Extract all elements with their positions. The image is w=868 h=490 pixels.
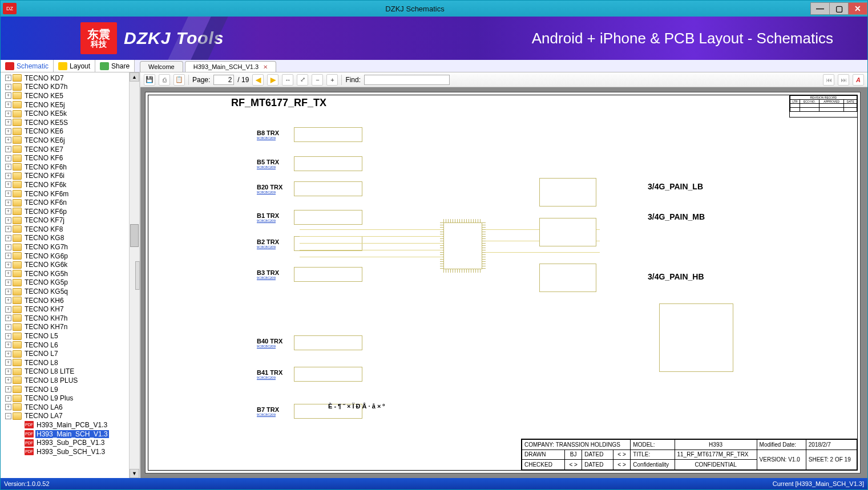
tree-folder[interactable]: +TECNO L9 Plus: [2, 394, 129, 403]
tree-folder[interactable]: +TECNO KH6: [2, 296, 129, 305]
tree-folder[interactable]: +TECNO L7: [2, 349, 129, 358]
expand-icon[interactable]: +: [5, 280, 11, 286]
tree-folder[interactable]: +TECNO KG6k: [2, 260, 129, 269]
expand-icon[interactable]: +: [5, 333, 11, 339]
expand-icon[interactable]: +: [5, 315, 11, 321]
tab-share[interactable]: Share: [95, 60, 135, 72]
fit-width-button[interactable]: ↔: [282, 74, 293, 86]
close-icon[interactable]: ✕: [263, 64, 268, 70]
expand-icon[interactable]: +: [5, 84, 11, 90]
tree-folder[interactable]: +TECNO KF6: [2, 153, 129, 163]
expand-icon[interactable]: +: [5, 146, 11, 152]
tree-folder[interactable]: +TECNO KG5p: [2, 278, 129, 287]
file-tree[interactable]: +TECNO KD7+TECNO KD7h+TECNO KE5+TECNO KE…: [1, 72, 129, 478]
page-input[interactable]: [213, 75, 234, 85]
doc-tab-0[interactable]: Welcome: [140, 61, 183, 72]
expand-icon[interactable]: +: [5, 404, 11, 410]
page-prev-button[interactable]: ◀: [252, 74, 264, 86]
tree-folder[interactable]: +TECNO KF6p: [2, 207, 129, 216]
tree-folder[interactable]: +TECNO KG5h: [2, 269, 129, 278]
find-prev-button[interactable]: ⏮: [823, 74, 834, 86]
tree-folder[interactable]: +TECNO KF6m: [2, 189, 129, 199]
tree-folder[interactable]: +TECNO L5: [2, 331, 129, 341]
tree-folder[interactable]: +TECNO KE5S: [2, 118, 129, 127]
tree-folder[interactable]: +TECNO KF8: [2, 225, 129, 234]
expand-icon[interactable]: +: [5, 155, 11, 161]
find-input[interactable]: [364, 75, 450, 85]
zoom-in-button[interactable]: +: [326, 74, 338, 86]
tree-folder[interactable]: +TECNO KD7h: [2, 83, 129, 92]
print-button[interactable]: ⎙: [159, 74, 170, 86]
tree-folder-open[interactable]: −TECNO LA7: [2, 412, 129, 421]
save-button[interactable]: 💾: [144, 74, 155, 86]
tree-folder[interactable]: +TECNO KE6j: [2, 136, 129, 145]
expand-icon[interactable]: +: [5, 253, 11, 259]
tree-folder[interactable]: +TECNO KG6p: [2, 252, 129, 261]
tree-folder[interactable]: +TECNO KG5q: [2, 287, 129, 296]
expand-icon[interactable]: +: [5, 226, 11, 232]
expand-icon[interactable]: +: [5, 111, 11, 117]
expand-icon[interactable]: +: [5, 270, 11, 277]
tab-schematic[interactable]: Schematic: [1, 60, 54, 72]
expand-icon[interactable]: +: [5, 137, 11, 143]
tree-folder[interactable]: +TECNO KH7h: [2, 314, 129, 323]
copy-button[interactable]: 📋: [173, 74, 185, 86]
tab-layout[interactable]: Layout: [54, 60, 95, 72]
tree-file[interactable]: PDFH393_Sub_PCB_V1.3: [2, 438, 129, 447]
tree-folder[interactable]: +TECNO KE5j: [2, 100, 129, 110]
expand-icon[interactable]: +: [5, 191, 11, 197]
tree-folder[interactable]: +TECNO KH7n: [2, 323, 129, 332]
expand-icon[interactable]: +: [5, 75, 11, 81]
expand-icon[interactable]: +: [5, 92, 11, 99]
tree-folder[interactable]: +TECNO KE7: [2, 145, 129, 154]
tree-folder[interactable]: +TECNO L6: [2, 341, 129, 350]
tree-file[interactable]: PDFH393_Main_PCB_V1.3: [2, 420, 129, 430]
expand-icon[interactable]: +: [5, 235, 11, 241]
expand-icon[interactable]: +: [5, 102, 11, 108]
tree-folder[interactable]: +TECNO L8: [2, 358, 129, 367]
find-next-button[interactable]: ⏭: [838, 74, 849, 86]
tree-file[interactable]: PDFH393_Main_SCH_V1.3: [2, 430, 129, 439]
tree-folder[interactable]: +TECNO KE5: [2, 91, 129, 100]
collapse-icon[interactable]: −: [5, 413, 11, 419]
expand-icon[interactable]: +: [5, 217, 11, 224]
schematic-page[interactable]: RF_MT6177_RF_TX B8 TRX9C8C8C209B5 TRX9C8…: [145, 92, 861, 473]
close-button[interactable]: ✕: [848, 2, 867, 15]
tree-folder[interactable]: +TECNO KG8: [2, 234, 129, 243]
expand-icon[interactable]: +: [5, 342, 11, 348]
tree-folder[interactable]: +TECNO KF7j: [2, 216, 129, 225]
maximize-button[interactable]: ▢: [829, 2, 849, 15]
page-next-button[interactable]: ▶: [267, 74, 278, 86]
expand-icon[interactable]: +: [5, 200, 11, 206]
tree-folder[interactable]: +TECNO KF6h: [2, 163, 129, 172]
expand-icon[interactable]: +: [5, 119, 11, 125]
expand-icon[interactable]: +: [5, 395, 11, 402]
expand-icon[interactable]: +: [5, 208, 11, 214]
expand-icon[interactable]: +: [5, 173, 11, 179]
splitter[interactable]: [135, 261, 140, 290]
tree-folder[interactable]: +TECNO KF6n: [2, 198, 129, 207]
scroll-down-button[interactable]: ▼: [130, 469, 139, 478]
tree-folder[interactable]: +TECNO KF6i: [2, 172, 129, 181]
expand-icon[interactable]: +: [5, 297, 11, 303]
expand-icon[interactable]: +: [5, 181, 11, 188]
expand-icon[interactable]: +: [5, 244, 11, 250]
expand-icon[interactable]: +: [5, 324, 11, 330]
tree-folder[interactable]: +TECNO L8 LITE: [2, 367, 129, 376]
minimize-button[interactable]: —: [810, 2, 830, 15]
expand-icon[interactable]: +: [5, 306, 11, 313]
expand-icon[interactable]: +: [5, 377, 11, 383]
expand-icon[interactable]: +: [5, 289, 11, 295]
expand-icon[interactable]: +: [5, 164, 11, 170]
tree-folder[interactable]: +TECNO L8 PLUS: [2, 376, 129, 385]
tree-folder[interactable]: +TECNO LA6: [2, 403, 129, 412]
expand-icon[interactable]: +: [5, 351, 11, 357]
expand-icon[interactable]: +: [5, 359, 11, 366]
titlebar[interactable]: DZ DZKJ Schematics — ▢ ✕: [1, 1, 867, 17]
expand-icon[interactable]: +: [5, 368, 11, 375]
tree-folder[interactable]: +TECNO KE6: [2, 127, 129, 136]
fit-page-button[interactable]: ⤢: [297, 74, 308, 86]
expand-icon[interactable]: +: [5, 262, 11, 268]
tree-folder[interactable]: +TECNO L9: [2, 385, 129, 394]
tree-folder[interactable]: +TECNO KH7: [2, 305, 129, 314]
